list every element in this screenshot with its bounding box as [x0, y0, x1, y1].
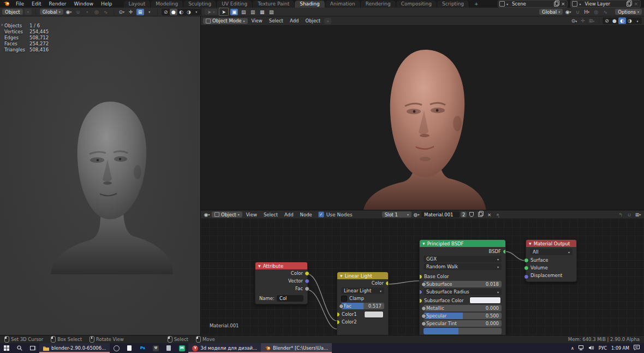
visibility-dropdown-icon[interactable]: ⊙▾ [570, 17, 578, 24]
viewport-3d-left[interactable]: › Objects1 / 6 Vertices254,445 Edges508,… [0, 16, 200, 335]
snap-target-icon-right[interactable]: H▾ [583, 9, 591, 15]
node-attribute[interactable]: ▼Attribute Color Vector Fac Name: Col [255, 262, 308, 304]
object-menu[interactable]: Object [302, 18, 323, 23]
node-select-menu[interactable]: Select [261, 212, 281, 217]
overlays-dropdown-icon[interactable]: ▾ [146, 9, 153, 15]
node-material-output[interactable]: ▼Material Output All▾ Surface Volume Dis… [526, 239, 577, 282]
language-indicator[interactable]: РУС [599, 346, 607, 351]
object-mode-dropdown[interactable]: Object Mode▾ [203, 18, 248, 24]
tool-dropdown[interactable]: ➤▾ [205, 9, 217, 15]
editor-type-icon[interactable]: ◉▾ [203, 211, 211, 218]
gizmo-icon[interactable]: ✛ [579, 17, 587, 24]
object-visibility-icon[interactable]: ⊙▾ [118, 9, 126, 15]
solid-shading-icon[interactable]: ● [170, 9, 177, 15]
mode-dropdown[interactable]: Object [2, 9, 23, 15]
scene-selector[interactable]: ▾ Scene × [498, 0, 568, 8]
notification-icon[interactable] [634, 345, 640, 351]
cutoff-slider[interactable] [424, 328, 502, 334]
search-icon[interactable] [13, 343, 26, 353]
specular-tint-slider[interactable]: Specular Tint0.000 [424, 320, 502, 327]
socket-subsurface-radius-in[interactable] [419, 290, 422, 295]
shader-type-dropdown[interactable]: Object▾ [212, 211, 242, 217]
remove-view-layer-icon[interactable]: × [633, 1, 639, 7]
material-browse-icon[interactable]: ◍▾ [413, 211, 420, 218]
solid-shading-icon-right[interactable]: ● [611, 17, 618, 24]
snap-magnet-icon[interactable]: ∪ [74, 9, 82, 15]
view-menu[interactable]: View [249, 18, 265, 23]
task-view-icon[interactable] [26, 343, 39, 353]
socket-mix-fac-in[interactable] [339, 304, 344, 309]
tab-compositing[interactable]: Compositing [396, 1, 437, 8]
menu-window[interactable]: Window [70, 1, 98, 7]
tab-animation[interactable]: Animation [325, 1, 361, 8]
pivot-point-icon[interactable]: ◉▾ [65, 9, 73, 15]
socket-attribute-color-out[interactable] [305, 271, 309, 276]
transform-orientation-dropdown[interactable]: Global▾ [40, 9, 63, 15]
scene-name[interactable]: Scene [510, 1, 552, 7]
material-shading-icon-right[interactable]: ◐ [618, 17, 626, 24]
node-output-header[interactable]: ▼Material Output [526, 240, 576, 247]
active-tool-select-box[interactable]: ➤ [219, 8, 229, 16]
network-icon[interactable] [579, 345, 585, 351]
shading-dropdown-icon[interactable]: ▾ [193, 9, 200, 15]
copy-material-icon[interactable] [476, 211, 484, 218]
rendered-shading-icon[interactable]: ◑ [185, 9, 193, 15]
node-snap-dropdown-icon[interactable]: ⊞▾ [634, 211, 642, 218]
node-attribute-header[interactable]: ▼Attribute [255, 262, 307, 269]
taskbar-photoshop-icon[interactable]: Ps [136, 343, 149, 353]
add-workspace-button[interactable]: + [469, 1, 484, 8]
active-tool-dropdown[interactable]: ▾ [25, 9, 32, 15]
parent-node-tree-icon[interactable]: ↰ [617, 211, 624, 218]
node-principled-bsdf[interactable]: ▼Principled BSDF BSDF GGX▾ Random Walk▾ … [419, 239, 506, 335]
select-mode-invert-icon[interactable]: ▦ [258, 9, 266, 15]
socket-mix-color-out[interactable] [385, 281, 389, 286]
proportional-editing-icon[interactable]: ◎ [93, 9, 100, 15]
use-nodes-checkbox[interactable]: ✓Use Nodes [318, 211, 353, 218]
taskbar-app-icon-2[interactable] [123, 343, 136, 353]
node-snap-magnet-icon[interactable]: ∪ [625, 211, 633, 218]
wireframe-shading-icon-right[interactable]: ⊘ [603, 17, 611, 24]
material-name-field[interactable]: Material.001 [421, 211, 460, 217]
taskbar-app-icon-4[interactable] [162, 343, 175, 353]
metallic-slider[interactable]: Metallic0.000 [424, 305, 502, 311]
socket-mix-color1-in[interactable] [337, 312, 340, 317]
mix-fac-slider[interactable]: Fac0.517 [341, 303, 384, 309]
menu-help[interactable]: Help [97, 1, 116, 7]
tab-shading[interactable]: Shading [295, 1, 325, 8]
subsurface-slider[interactable]: Subsurface0.018 [424, 281, 502, 287]
taskbar-app-icon-3[interactable]: ⚒ [149, 343, 162, 353]
principled-sss-method-dropdown[interactable]: Random Walk▾ [424, 263, 502, 270]
volume-icon[interactable] [589, 345, 594, 351]
socket-attribute-vector-out[interactable] [305, 279, 309, 284]
tray-expand-icon[interactable]: ∧ [571, 346, 574, 351]
proportional-falloff-icon-right[interactable]: ∿ [601, 9, 609, 15]
menu-render[interactable]: Render [45, 1, 70, 7]
socket-specular-tint-in[interactable] [421, 321, 426, 326]
node-mix-linear-light[interactable]: ▼Linear Light Color Linear Light▾ Clamp … [337, 272, 389, 335]
tab-sculpting[interactable]: Sculpting [183, 1, 217, 8]
menu-file[interactable]: File [12, 1, 28, 7]
socket-surface-in[interactable] [524, 258, 529, 263]
tab-uv-editing[interactable]: UV Editing [217, 1, 253, 8]
socket-attribute-fac-out[interactable] [305, 286, 309, 291]
close-scene-icon[interactable]: × [560, 1, 567, 7]
node-principled-header[interactable]: ▼Principled BSDF [420, 240, 505, 247]
taskbar-app-icon-5[interactable]: M [175, 343, 188, 353]
tab-layout[interactable]: Layout [124, 1, 151, 8]
material-shading-icon[interactable]: ◐ [177, 9, 185, 15]
output-target-dropdown[interactable]: All▾ [530, 249, 573, 255]
toolbar-expand-icon[interactable]: › [1, 22, 3, 27]
subsurface-color-swatch[interactable] [469, 297, 501, 304]
principled-distribution-dropdown[interactable]: GGX▾ [424, 256, 502, 262]
node-canvas[interactable]: ▼Attribute Color Vector Fac Name: Col ▼L… [201, 219, 644, 335]
fake-user-shield-icon[interactable] [468, 211, 475, 218]
select-menu[interactable]: Select [266, 18, 286, 23]
socket-volume-in[interactable] [524, 266, 529, 270]
socket-subsurface-color-in[interactable] [419, 298, 422, 303]
overlays-icon-right[interactable]: ⊞▾ [588, 17, 595, 24]
node-add-menu[interactable]: Add [282, 212, 296, 217]
socket-displacement-in[interactable] [524, 274, 529, 279]
select-mode-intersect-icon[interactable]: ▧ [267, 9, 275, 15]
view-layer-name[interactable]: View Layer [582, 1, 625, 7]
select-mode-subtract-icon[interactable]: ▥ [249, 9, 257, 15]
